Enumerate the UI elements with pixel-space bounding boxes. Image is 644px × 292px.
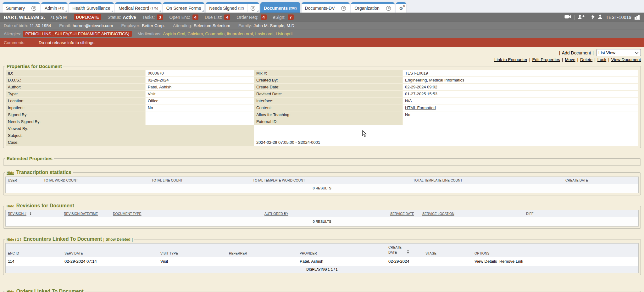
popup-window-icon[interactable] [31, 6, 36, 11]
video-visit-icon[interactable] [564, 14, 571, 20]
lock-link[interactable]: Lock [597, 57, 607, 62]
allergies-label: Allergies: [4, 31, 21, 36]
add-user-icon[interactable] [578, 14, 585, 20]
column-header-referrer[interactable]: REFERRER [229, 251, 247, 255]
tab-admin-count: (41) [58, 6, 64, 10]
chevron-down-icon [635, 52, 639, 54]
separator: | [594, 57, 596, 62]
sort-descending-icon[interactable] [29, 212, 32, 215]
popup-window-icon[interactable] [386, 6, 391, 11]
external-id-label: External ID: [254, 118, 402, 125]
popup-window-icon[interactable] [250, 6, 256, 11]
hide-encounters-link[interactable]: Hide ( 1 ) [7, 238, 21, 241]
delete-link[interactable]: Delete [580, 57, 592, 62]
column-header-service-date[interactable]: SERVICE DATE [390, 212, 414, 216]
tab-documents[interactable]: Documents (282) [260, 2, 300, 13]
remove-link-link[interactable]: Remove Link [499, 259, 523, 264]
document-id-link[interactable]: 0000670 [148, 71, 164, 76]
add-document-link[interactable]: Add Document [562, 50, 591, 55]
column-header-total-template-word-count[interactable]: TOTAL TEMPLATE WORD COUNT [253, 178, 305, 182]
comments-bar: Comments: Do not release info to sibling… [0, 38, 644, 47]
column-header-provider[interactable]: PROVIDER [300, 251, 317, 255]
property-row: Type: Visit Revised Date: 01-27-2025 15:… [6, 91, 638, 97]
hide-transcription-link[interactable]: Hide [7, 171, 14, 175]
signed-by-value [146, 111, 254, 118]
tab-needs-signed[interactable]: Needs Signed (12) [206, 2, 259, 13]
show-deleted-link[interactable]: Show Deleted [106, 237, 130, 242]
divider [28, 4, 28, 12]
column-header-serv-date[interactable]: SERV DATE [64, 251, 83, 255]
flowsheet-chart-icon[interactable] [635, 14, 640, 20]
author-link[interactable]: Patel, Ashish [148, 85, 171, 89]
separator: | [608, 57, 609, 62]
medications-label: Medications: [137, 31, 161, 36]
column-header-options: OPTIONS [475, 251, 489, 255]
paging-row: DISPLAYING 1-1 / 1 [6, 266, 638, 273]
esign-count-badge[interactable]: 7 [288, 14, 294, 20]
duplicate-badge[interactable]: DUPLICATE [74, 14, 101, 20]
sort-descending-icon[interactable] [407, 250, 409, 254]
tab-medical-record-label: Medical Record [119, 6, 149, 11]
column-header-total-template-line-count[interactable]: TOTAL TEMPLATE LINE COUNT [413, 178, 462, 182]
serv-date-cell: 02-29-2024 07:14 [62, 257, 158, 266]
view-mode-select[interactable]: List View [596, 49, 641, 56]
column-header-enc-id[interactable]: ENC ID [8, 251, 19, 255]
move-link[interactable]: Move [565, 57, 575, 62]
viewed-by-value [254, 125, 638, 132]
edit-properties-link[interactable]: Edit Properties [532, 57, 560, 62]
column-header-total-line-count[interactable]: TOTAL LINE COUNT [152, 178, 183, 182]
open-enc-count-badge[interactable]: 4 [192, 14, 198, 20]
encounters-table: ENC ID SERV DATE VISIT TYPE REFERRER PRO… [5, 243, 639, 273]
column-header-stage[interactable]: STAGE [425, 251, 436, 255]
created-by-link[interactable]: Engineering, Medical Informatics [405, 78, 464, 82]
tab-health-surveillance[interactable]: Health Surveillance [69, 2, 114, 13]
needs-signed-value [146, 118, 254, 125]
column-header-document-type[interactable]: DOCUMENT TYPE [113, 212, 142, 216]
settings-tab[interactable]: ⚙⚙ [396, 2, 406, 13]
tab-on-screen-forms[interactable]: On Screen Forms [163, 2, 204, 13]
tab-medical-record[interactable]: Medical Record (175) [115, 2, 162, 13]
column-header-total-word-count[interactable]: TOTAL WORD COUNT [44, 178, 78, 182]
patient-id[interactable]: TEST-10019 [606, 15, 631, 20]
tab-documents-count: (282) [289, 6, 297, 10]
quick-action-bolt-icon[interactable] [591, 14, 595, 20]
mr-number-link[interactable]: TEST-10019 [405, 71, 428, 76]
separator: | [103, 237, 104, 242]
encounter-row: 114 02-29-2024 07:14 Visit Patel, Ashish… [6, 257, 638, 266]
transcription-section: HideTranscription statistics USER TOTAL … [3, 170, 641, 195]
view-document-link[interactable]: View Document [611, 57, 641, 62]
column-header-create-date[interactable]: CREATE DATE [565, 178, 588, 182]
separator: | [577, 57, 579, 62]
type-label: Type: [6, 91, 145, 97]
divider [383, 4, 383, 12]
encounters-title: Encounters Linked To Document [23, 236, 102, 242]
content-link[interactable]: HTML Formatted [405, 105, 436, 110]
tab-summary[interactable]: Summary [3, 2, 40, 13]
link-to-encounter-link[interactable]: Link to Encounter [494, 57, 527, 62]
patient-silhouette-icon[interactable] [598, 14, 602, 20]
viewed-by-label: Viewed By: [6, 125, 254, 132]
column-header-user[interactable]: USER [8, 178, 17, 182]
tasks-label: Tasks: [142, 15, 155, 20]
hide-orders-link[interactable]: Hide [7, 290, 14, 292]
hide-revisions-link[interactable]: Hide [7, 204, 14, 208]
column-header-create-date[interactable]: CREATE DATE [388, 245, 405, 255]
tab-documents-dv[interactable]: Documents-DV [302, 2, 350, 13]
email-value: horner@mieweb.com [73, 23, 113, 28]
tasks-count-badge[interactable]: 3 [157, 14, 163, 20]
tab-summary-label: Summary [6, 6, 25, 11]
due-list-count-badge[interactable]: 4 [224, 14, 230, 20]
popup-window-icon[interactable] [341, 6, 346, 11]
tab-organization[interactable]: Organization [351, 2, 394, 13]
column-header-revision-number[interactable]: REVISION # [8, 212, 26, 216]
order-req-count-badge[interactable]: 4 [261, 14, 267, 20]
view-details-link[interactable]: View Details [475, 259, 497, 264]
divider [338, 4, 338, 12]
column-header-service-location[interactable]: SERVICE LOCATION [422, 212, 454, 216]
column-header-revision-datetime[interactable]: REVISION DATE/TIME [64, 212, 98, 216]
column-header-authored-by[interactable]: AUTHORED BY [264, 212, 288, 216]
tab-admin[interactable]: Admin (41) [41, 2, 68, 13]
column-header-visit-type[interactable]: VISIT TYPE [160, 251, 178, 255]
visit-type-cell: Visit [158, 257, 227, 266]
tab-documents-dv-label: Documents-DV [305, 6, 335, 11]
